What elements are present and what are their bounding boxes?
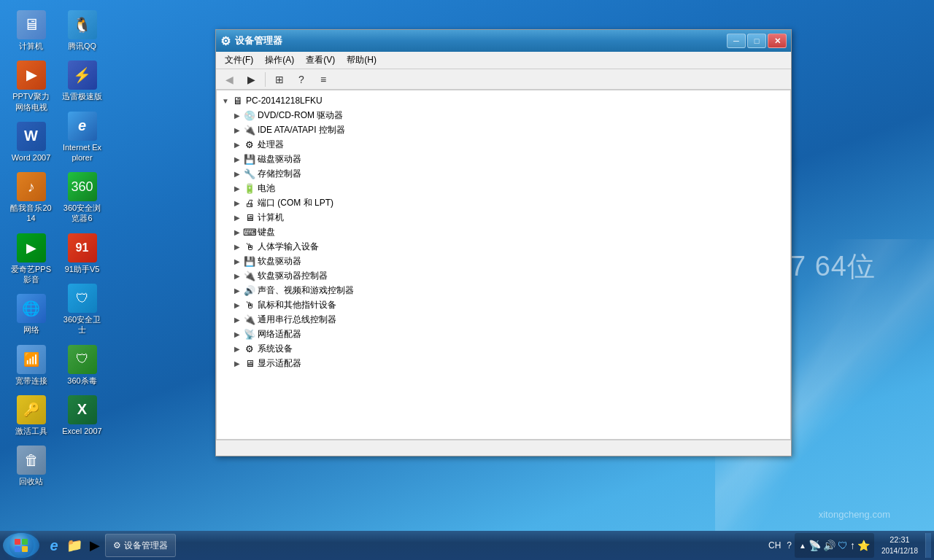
sysdev-expander[interactable]: ▶ xyxy=(231,343,243,354)
taskbar-active-task[interactable]: ⚙ 设备管理器 xyxy=(105,534,176,557)
ide-expander[interactable]: ▶ xyxy=(231,124,243,136)
tree-item-floppy[interactable]: ▶ 💾 软盘驱动器 xyxy=(217,254,790,268)
keyboard-label: 键盘 xyxy=(258,226,275,238)
icon-iqiyi[interactable]: ▶ 爱奇艺PPS影音 xyxy=(7,230,55,288)
icon-activate[interactable]: 🔑 激活工具 xyxy=(7,392,55,439)
icon-thunder[interactable]: ⚡ 迅雷极速版 xyxy=(58,58,106,104)
tree-item-storage[interactable]: ▶ 🔧 存储控制器 xyxy=(217,166,790,181)
tree-item-floppy-ctrl[interactable]: ▶ 🔌 软盘驱动器控制器 xyxy=(217,268,790,283)
root-expander[interactable]: ▼ xyxy=(220,95,231,106)
display-label: 显示适配器 xyxy=(258,357,301,370)
floppy-ctrl-icon: 🔌 xyxy=(243,269,256,282)
clock[interactable]: 22:31 2014/12/18 xyxy=(877,534,922,556)
tree-item-ide[interactable]: ▶ 🔌 IDE ATA/ATAPI 控制器 xyxy=(217,122,790,137)
tree-item-audio[interactable]: ▶ 🔊 声音、视频和游戏控制器 xyxy=(217,283,790,298)
menu-file[interactable]: 文件(F) xyxy=(219,52,259,68)
icon-network[interactable]: 🌐 网络 xyxy=(7,291,55,338)
window-titlebar[interactable]: ⚙ 设备管理器 ─ □ ✕ xyxy=(216,30,791,52)
mouse-expander[interactable]: ▶ xyxy=(231,299,243,311)
close-button[interactable]: ✕ xyxy=(768,34,787,48)
pptv-icon: ▶ xyxy=(17,61,46,90)
thunder-label: 迅雷极速版 xyxy=(62,91,102,101)
tree-item-disk[interactable]: ▶ 💾 磁盘驱动器 xyxy=(217,152,790,166)
tree-item-port[interactable]: ▶ 🖨 端口 (COM 和 LPT) xyxy=(217,195,790,210)
icon-qq[interactable]: 🐧 腾讯QQ xyxy=(58,7,106,54)
icon-360guard[interactable]: 🛡 360安全卫士 xyxy=(58,281,106,338)
tree-item-sysdev[interactable]: ▶ ⚙ 系统设备 xyxy=(217,341,790,356)
icon-word2007[interactable]: W Word 2007 xyxy=(7,119,55,166)
net-adapter-expander[interactable]: ▶ xyxy=(231,328,243,340)
assist91-label: 91助手V5 xyxy=(65,264,100,274)
keyboard-expander[interactable]: ▶ xyxy=(231,226,243,238)
taskbar-right: CH ? ▲ 📡 🔊 🛡 ↑ ⭐ 22:31 2014/12/18 xyxy=(765,533,931,558)
battery-expander[interactable]: ▶ xyxy=(231,182,243,194)
taskbar-lang[interactable]: CH xyxy=(765,540,784,551)
icon-recycle[interactable]: 🗑 回收站 xyxy=(7,443,55,489)
usb-label: 通用串行总线控制器 xyxy=(258,314,336,326)
systray-expand[interactable]: ▲ xyxy=(799,542,806,550)
icon-broadband[interactable]: 📶 宽带连接 xyxy=(7,342,55,389)
icon-computer[interactable]: 🖥 计算机 xyxy=(7,7,55,54)
usb-expander[interactable]: ▶ xyxy=(231,314,243,325)
taskbar-explorer-icon[interactable]: 📁 xyxy=(64,535,85,556)
hid-expander[interactable]: ▶ xyxy=(231,241,243,252)
tree-item-battery[interactable]: ▶ 🔋 电池 xyxy=(217,181,790,195)
toolbar-help-btn[interactable]: ? xyxy=(291,71,312,88)
keyboard-icon: ⌨ xyxy=(243,225,256,238)
qq-icon: 🐧 xyxy=(68,10,97,39)
cpu-expander[interactable]: ▶ xyxy=(231,139,243,150)
port-expander[interactable]: ▶ xyxy=(231,197,243,209)
toolbar-properties-btn[interactable]: ≡ xyxy=(313,71,333,88)
tree-item-network-adapter[interactable]: ▶ 📡 网络适配器 xyxy=(217,327,790,341)
icon-360browser[interactable]: 360 360安全浏览器6 xyxy=(58,169,106,227)
show-desktop-button[interactable] xyxy=(925,533,931,558)
clock-date: 2014/12/18 xyxy=(881,546,918,556)
storage-label: 存储控制器 xyxy=(258,168,301,180)
tree-item-cpu[interactable]: ▶ ⚙ 处理器 xyxy=(217,137,790,152)
tree-item-hid[interactable]: ▶ 🖱 人体学输入设备 xyxy=(217,239,790,254)
icon-360kill[interactable]: 🛡 360杀毒 xyxy=(58,342,106,389)
taskbar-ie-icon[interactable]: e xyxy=(44,535,64,556)
guard360-label: 360安全卫士 xyxy=(61,314,103,335)
icon-excel[interactable]: X Excel 2007 xyxy=(58,392,106,439)
disk-expander[interactable]: ▶ xyxy=(231,153,243,165)
icon-ie[interactable]: e Internet Explorer xyxy=(58,109,106,166)
excel-icon: X xyxy=(68,395,97,424)
systray: ▲ 📡 🔊 🛡 ↑ ⭐ xyxy=(795,533,874,558)
tree-item-usb[interactable]: ▶ 🔌 通用串行总线控制器 xyxy=(217,312,790,327)
toolbar-view-btn[interactable]: ⊞ xyxy=(269,71,290,88)
tree-item-display[interactable]: ▶ 🖥 显示适配器 xyxy=(217,356,790,370)
tree-item-dvd[interactable]: ▶ 💿 DVD/CD-ROM 驱动器 xyxy=(217,108,790,122)
forward-button[interactable]: ▶ xyxy=(241,71,261,88)
taskbar-media-icon[interactable]: ▶ xyxy=(85,535,105,556)
floppy-ctrl-expander[interactable]: ▶ xyxy=(231,270,243,281)
audio-expander[interactable]: ▶ xyxy=(231,284,243,296)
icon-91assist[interactable]: 91 91助手V5 xyxy=(58,230,106,277)
icon-pptv[interactable]: ▶ PPTV聚力 网络电视 xyxy=(7,58,55,115)
maximize-button[interactable]: □ xyxy=(747,34,766,48)
systray-sound-icon[interactable]: 🔊 xyxy=(823,540,835,551)
display-expander[interactable]: ▶ xyxy=(231,357,243,369)
icon-music[interactable]: ♪ 酷我音乐2014 xyxy=(7,169,55,227)
menu-view[interactable]: 查看(V) xyxy=(300,52,341,68)
storage-expander[interactable]: ▶ xyxy=(231,168,243,179)
menu-action[interactable]: 操作(A) xyxy=(259,52,300,68)
dvd-icon: 💿 xyxy=(243,109,256,122)
start-button[interactable] xyxy=(3,533,39,558)
tree-item-keyboard[interactable]: ▶ ⌨ 键盘 xyxy=(217,225,790,239)
dvd-expander[interactable]: ▶ xyxy=(231,109,243,121)
menu-help[interactable]: 帮助(H) xyxy=(341,52,382,68)
minimize-button[interactable]: ─ xyxy=(727,34,746,48)
tree-root[interactable]: ▼ 🖥 PC-20141218LFKU xyxy=(217,93,790,108)
floppy-expander[interactable]: ▶ xyxy=(231,255,243,267)
taskbar-help[interactable]: ? xyxy=(787,540,792,551)
back-button[interactable]: ◀ xyxy=(219,71,239,88)
taskbar: e 📁 ▶ ⚙ 设备管理器 CH ? ▲ 📡 🔊 🛡 ↑ ⭐ xyxy=(0,531,934,560)
tree-item-mouse[interactable]: ▶ 🖱 鼠标和其他指针设备 xyxy=(217,298,790,312)
device-tree[interactable]: ▼ 🖥 PC-20141218LFKU ▶ 💿 DVD/CD-ROM 驱动器 ▶… xyxy=(216,90,791,440)
disk-icon: 💾 xyxy=(243,152,256,166)
computer-expander[interactable]: ▶ xyxy=(231,211,243,223)
tree-item-computer[interactable]: ▶ 🖥 计算机 xyxy=(217,210,790,225)
cpu-label: 处理器 xyxy=(258,139,284,151)
ie-icon: e xyxy=(68,112,97,141)
